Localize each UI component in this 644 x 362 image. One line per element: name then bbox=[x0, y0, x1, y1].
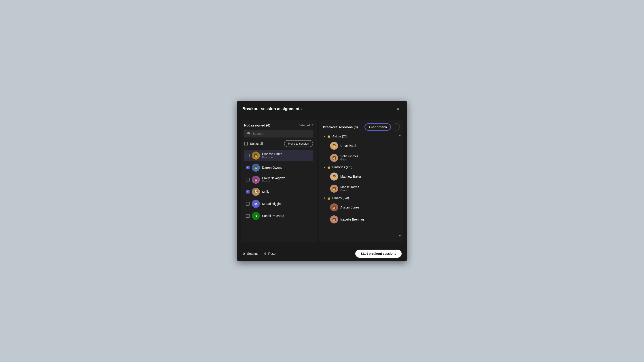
molly-checkbox[interactable] bbox=[246, 190, 250, 194]
participant-info: Darren Owens bbox=[262, 166, 311, 169]
participant-name: Emily Nakagawa bbox=[262, 176, 311, 180]
list-item: 👩 Austen Jones bbox=[329, 202, 400, 213]
not-assigned-panel: Not assigned (6) Selected: 2 🔍 Select al… bbox=[240, 120, 317, 242]
scroll-up-indicator[interactable]: ▲ bbox=[398, 133, 402, 137]
chevron-down-icon: ▾ bbox=[324, 135, 325, 138]
emily-checkbox[interactable] bbox=[246, 178, 250, 181]
chevron-down-icon: ▾ bbox=[324, 196, 325, 200]
close-button[interactable]: × bbox=[394, 105, 402, 112]
participant-list: 👩 Clarissa Smith Host, me 👨 Darren Owens bbox=[244, 150, 313, 222]
session-header-blazes[interactable]: ▾ 🔒 Blazes (3/3) bbox=[323, 195, 400, 201]
search-input[interactable] bbox=[253, 132, 310, 135]
member-info: Marise Torres Guest bbox=[340, 185, 359, 192]
clarissa-checkbox[interactable] bbox=[246, 154, 250, 157]
avatar: 👩 bbox=[252, 176, 260, 184]
list-item: 👩 Sofia Gomez Guest bbox=[329, 152, 400, 164]
scroll-down-indicator[interactable]: ▼ bbox=[398, 234, 402, 238]
breakout-sessions-panel: Breakout sessions (3) + Add session ··· … bbox=[319, 120, 404, 242]
breakout-dialog: Breakout session assignments × Not assig… bbox=[237, 101, 407, 261]
session-header-astros[interactable]: ▾ 🔒 Astros (2/3) bbox=[323, 133, 400, 139]
participant-name: Clarissa Smith bbox=[262, 152, 311, 156]
member-role: Guest bbox=[340, 158, 358, 161]
right-panel-header: Breakout sessions (3) + Add session ··· bbox=[323, 123, 400, 130]
add-session-button[interactable]: + Add session bbox=[365, 124, 391, 130]
einsteins-members: 👨 Matthew Baker 👩 Marise Torres Guest bbox=[323, 171, 400, 194]
member-name: Matthew Baker bbox=[340, 175, 361, 178]
lock-icon: 🔒 bbox=[327, 166, 330, 169]
settings-label: Settings bbox=[247, 252, 258, 255]
participant-info: Sonali Pritchard bbox=[262, 214, 311, 218]
avatar: 👩 bbox=[330, 203, 338, 211]
list-item[interactable]: S Sonali Pritchard bbox=[244, 210, 313, 222]
member-name: Umar Patel bbox=[340, 144, 356, 147]
list-item[interactable]: 👩 Emily Nakagawa Cohost bbox=[244, 174, 313, 185]
avatar: 👨 bbox=[252, 164, 260, 172]
settings-icon: ⚙ bbox=[242, 252, 245, 255]
avatar: 👩 bbox=[330, 154, 338, 162]
list-item[interactable]: 👨 Darren Owens bbox=[244, 162, 313, 173]
select-all-left: Select all bbox=[244, 142, 263, 145]
list-item: 👩 Isabelle Brennan bbox=[329, 214, 400, 225]
murad-checkbox[interactable] bbox=[246, 202, 250, 206]
participant-name: Murad Higgins bbox=[262, 202, 311, 206]
list-item[interactable]: 👩 Clarissa Smith Host, me bbox=[244, 150, 313, 161]
session-header-einsteins[interactable]: ▾ 🔒 Einsteins (2/3) bbox=[323, 164, 400, 170]
sonali-initial: S bbox=[255, 214, 257, 218]
session-name: Einsteins (2/3) bbox=[332, 165, 352, 169]
darren-checkbox[interactable] bbox=[246, 166, 250, 169]
dialog-footer: ⚙ Settings ↺ Reset Start breakout sessio… bbox=[237, 246, 407, 261]
reset-icon: ↺ bbox=[264, 252, 266, 255]
avatar: S bbox=[252, 212, 260, 220]
left-panel-header: Not assigned (6) Selected: 2 bbox=[244, 123, 313, 127]
session-list: ▾ 🔒 Astros (2/3) 👨 Umar Patel bbox=[323, 133, 400, 239]
not-assigned-title: Not assigned (6) bbox=[244, 123, 270, 127]
sonali-checkbox[interactable] bbox=[246, 214, 250, 218]
member-info: Matthew Baker bbox=[340, 175, 361, 178]
list-item[interactable]: 🐶 Molly bbox=[244, 186, 313, 198]
participant-name: Sonali Pritchard bbox=[262, 214, 311, 218]
participant-info: Emily Nakagawa Cohost bbox=[262, 176, 311, 183]
search-icon: 🔍 bbox=[247, 132, 251, 135]
avatar: 👩 bbox=[252, 151, 260, 160]
move-to-session-button[interactable]: Move to session bbox=[284, 140, 313, 147]
dialog-title: Breakout session assignments bbox=[242, 107, 302, 111]
participant-name: Molly bbox=[262, 190, 311, 194]
avatar: 🐶 bbox=[252, 188, 260, 196]
member-name: Sofia Gomez bbox=[340, 154, 358, 158]
avatar: 👩 bbox=[330, 185, 338, 193]
avatar: 👨 bbox=[330, 173, 338, 181]
chevron-down-icon: ▼ bbox=[398, 234, 402, 238]
start-breakout-sessions-button[interactable]: Start breakout sessions bbox=[355, 250, 402, 258]
session-name: Astros (2/3) bbox=[332, 134, 348, 138]
participant-info: Molly bbox=[262, 190, 311, 194]
astros-members: 👨 Umar Patel 👩 Sofia Gomez Guest bbox=[323, 140, 400, 164]
participant-name: Darren Owens bbox=[262, 166, 311, 169]
reset-button[interactable]: ↺ Reset bbox=[264, 252, 276, 255]
participant-role: Cohost bbox=[262, 180, 311, 183]
lock-icon: 🔒 bbox=[327, 196, 330, 200]
member-info: Sofia Gomez Guest bbox=[340, 154, 358, 161]
breakout-sessions-title: Breakout sessions (3) bbox=[323, 125, 358, 129]
chevron-down-icon: ▾ bbox=[324, 166, 325, 169]
member-name: Austen Jones bbox=[340, 206, 359, 209]
select-all-row: Select all Move to session bbox=[244, 140, 313, 147]
dialog-header: Breakout session assignments × bbox=[237, 101, 407, 116]
participant-role: Host, me bbox=[262, 156, 311, 159]
select-all-checkbox[interactable] bbox=[244, 142, 248, 145]
list-item[interactable]: M Murad Higgins bbox=[244, 198, 313, 210]
participant-info: Clarissa Smith Host, me bbox=[262, 152, 311, 159]
session-name: Blazes (3/3) bbox=[332, 196, 349, 200]
member-role: Guest bbox=[340, 189, 359, 192]
member-info: Isabelle Brennan bbox=[340, 218, 364, 221]
member-name: Marise Torres bbox=[340, 185, 359, 189]
right-actions: + Add session ··· bbox=[365, 123, 400, 130]
murad-initial: M bbox=[254, 202, 258, 206]
dialog-body: Not assigned (6) Selected: 2 🔍 Select al… bbox=[237, 116, 407, 246]
member-info: Umar Patel bbox=[340, 144, 356, 147]
reset-label: Reset bbox=[268, 252, 276, 255]
avatar: 👩 bbox=[330, 215, 338, 223]
member-name: Isabelle Brennan bbox=[340, 218, 364, 221]
more-options-button[interactable]: ··· bbox=[393, 123, 400, 130]
settings-button[interactable]: ⚙ Settings bbox=[242, 252, 258, 255]
footer-left: ⚙ Settings ↺ Reset bbox=[242, 252, 276, 255]
